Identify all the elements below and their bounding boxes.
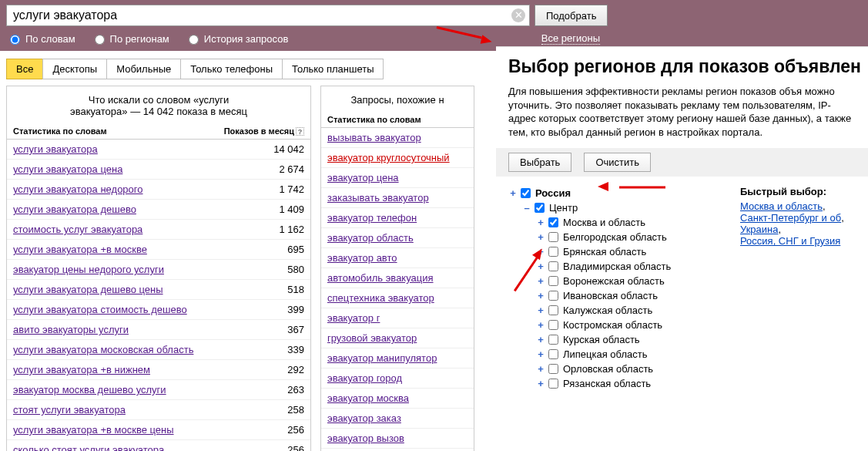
region-selector-link[interactable]: Все регионы [541, 32, 600, 45]
tree-node[interactable]: +Липецкая область [536, 347, 725, 362]
keyword-link[interactable]: услуги эвакуатора +в москве [13, 244, 147, 255]
keyword-link[interactable]: автомобиль эвакуация [327, 272, 434, 284]
expand-icon[interactable]: + [536, 363, 545, 375]
keyword-link[interactable]: стоят услуги эвакуатора [13, 404, 126, 416]
region-label[interactable]: Москва и область [563, 217, 645, 228]
tree-node-center[interactable]: – Центр [522, 200, 725, 215]
region-checkbox[interactable] [548, 349, 558, 359]
keyword-link[interactable]: грузовой эвакуатор [327, 332, 417, 344]
mode-by-regions[interactable]: По регионам [91, 32, 169, 45]
radio-history[interactable] [189, 35, 199, 45]
keyword-link[interactable]: эвакуатор телефон [327, 212, 417, 224]
keyword-link[interactable]: услуги эвакуатора московская область [13, 344, 193, 355]
device-tab[interactable]: Мобильные [106, 59, 181, 79]
keyword-link[interactable]: стоимость услуг эвакуатора [13, 224, 142, 235]
keyword-link[interactable]: эвакуатор москва [327, 392, 409, 404]
tree-node-moscow[interactable]: + Москва и область [536, 215, 725, 230]
region-label[interactable]: Центр [549, 202, 578, 214]
keyword-link[interactable]: сколько стоят услуги эвакуатора [13, 444, 164, 451]
region-label[interactable]: Белгородская область [563, 231, 667, 243]
region-label[interactable]: Калужская область [563, 305, 652, 316]
device-tab[interactable]: Десктопы [42, 59, 107, 79]
region-label[interactable]: Костромская область [563, 319, 662, 331]
tree-node[interactable]: +Костромская область [536, 318, 725, 332]
tree-node[interactable]: +Владимирская область [536, 259, 725, 274]
expand-icon[interactable]: + [536, 305, 545, 316]
keyword-link[interactable]: авито эвакуаторы услуги [13, 324, 129, 335]
keyword-link[interactable]: услуги эвакуатора [13, 143, 98, 155]
region-label[interactable]: Россия [535, 187, 571, 199]
expand-icon[interactable]: + [536, 290, 545, 301]
keyword-link[interactable]: услуги эвакуатора +в нижнем [13, 364, 150, 375]
tree-node[interactable]: +Белгородская область [536, 230, 725, 244]
region-checkbox[interactable] [548, 276, 558, 286]
keyword-link[interactable]: услуги эвакуатора недорого [13, 183, 143, 195]
region-checkbox[interactable] [521, 188, 531, 198]
keyword-link[interactable]: спецтехника эвакуатор [327, 292, 434, 304]
expand-icon[interactable]: + [536, 217, 545, 228]
keyword-link[interactable]: эвакуатор заказ [327, 412, 401, 424]
expand-icon[interactable]: + [536, 246, 545, 257]
expand-icon[interactable]: + [536, 378, 545, 389]
keyword-link[interactable]: эвакуатор цена [327, 172, 399, 183]
region-checkbox[interactable] [548, 247, 558, 257]
tree-node[interactable]: +Рязанская область [536, 376, 725, 391]
select-button[interactable]: Выбрать [508, 153, 571, 172]
region-label[interactable]: Рязанская область [563, 378, 651, 389]
keyword-link[interactable]: услуги эвакуатора дешево цены [13, 284, 163, 295]
keyword-link[interactable]: эвакуатор круглосуточный [327, 152, 450, 163]
keyword-link[interactable]: эвакуатор вызов [327, 432, 404, 444]
clear-button[interactable]: Очистить [584, 153, 651, 172]
keyword-link[interactable]: услуги эвакуатора стоимость дешево [13, 304, 187, 315]
keyword-link[interactable]: эвакуатор авто [327, 252, 397, 264]
region-label[interactable]: Ивановская область [563, 290, 658, 301]
keyword-link[interactable]: услуги эвакуатора дешево [13, 204, 136, 215]
tree-node[interactable]: +Брянская область [536, 244, 725, 259]
keyword-link[interactable]: эвакуатор г [327, 312, 380, 324]
clear-icon[interactable]: ✕ [511, 8, 525, 22]
radio-by-regions[interactable] [95, 35, 105, 45]
device-tab[interactable]: Все [6, 59, 43, 79]
quick-link[interactable]: Россия, СНГ и Грузия [740, 235, 840, 247]
region-checkbox[interactable] [548, 335, 558, 345]
region-checkbox[interactable] [548, 364, 558, 374]
tree-node[interactable]: +Калужская область [536, 303, 725, 318]
keyword-link[interactable]: эвакуатор манипулятор [327, 352, 437, 364]
expand-icon[interactable]: + [536, 261, 545, 272]
region-label[interactable]: Орловская область [563, 363, 653, 375]
mode-history[interactable]: История запросов [185, 32, 289, 45]
quick-link[interactable]: Санкт-Петербург и об [740, 212, 841, 224]
tree-node[interactable]: +Курская область [536, 332, 725, 347]
region-checkbox[interactable] [548, 261, 558, 271]
keyword-link[interactable]: заказывать эвакуатор [327, 192, 429, 204]
help-icon[interactable]: ? [296, 127, 304, 136]
expand-icon[interactable]: + [536, 319, 545, 331]
keyword-link[interactable]: услуги эвакуатора цена [13, 163, 122, 175]
search-input[interactable] [6, 5, 530, 26]
keyword-link[interactable]: эвакуатор область [327, 232, 414, 244]
tree-node[interactable]: +Ивановская область [536, 288, 725, 303]
region-label[interactable]: Владимирская область [563, 261, 671, 272]
region-label[interactable]: Курская область [563, 334, 640, 345]
tree-node[interactable]: +Воронежская область [536, 274, 725, 288]
mode-by-words[interactable]: По словам [6, 32, 75, 45]
expand-icon[interactable]: + [536, 334, 545, 345]
region-checkbox[interactable] [535, 203, 545, 213]
keyword-link[interactable]: вызывать эвакуатор [327, 132, 421, 143]
expand-icon[interactable]: + [536, 275, 545, 287]
keyword-link[interactable]: эвакуатор цены недорого услуги [13, 264, 164, 275]
keyword-link[interactable]: эвакуатор москва дешево услуги [13, 384, 166, 395]
tree-root[interactable]: + Россия [508, 186, 725, 200]
region-checkbox[interactable] [548, 320, 558, 330]
expand-icon[interactable]: + [508, 187, 518, 199]
region-label[interactable]: Воронежская область [563, 275, 665, 287]
submit-button[interactable]: Подобрать [535, 5, 608, 26]
device-tab[interactable]: Только планшеты [282, 59, 384, 79]
region-label[interactable]: Брянская область [563, 246, 646, 257]
device-tab[interactable]: Только телефоны [180, 59, 283, 79]
region-checkbox[interactable] [548, 232, 558, 242]
region-label[interactable]: Липецкая область [563, 348, 648, 360]
radio-by-words[interactable] [10, 35, 20, 45]
tree-node[interactable]: +Орловская область [536, 362, 725, 376]
keyword-link[interactable]: услуги эвакуатора +в москве цены [13, 424, 174, 436]
